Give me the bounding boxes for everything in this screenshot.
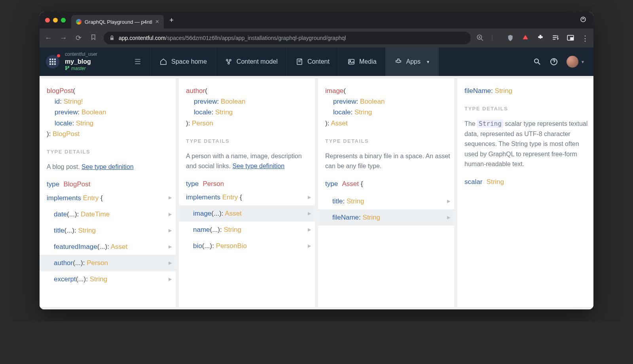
field-row[interactable]: bio(...): PersonBio▶ bbox=[179, 238, 315, 254]
reading-list-icon[interactable] bbox=[552, 34, 559, 42]
field-row[interactable]: fileName: String▶ bbox=[318, 209, 454, 226]
svg-point-10 bbox=[228, 63, 229, 64]
new-tab-button[interactable]: + bbox=[164, 16, 179, 25]
tab-title: GraphQL Playground — p4ntl bbox=[85, 19, 152, 25]
brave-shield-icon[interactable] bbox=[506, 34, 514, 42]
avatar bbox=[567, 56, 578, 68]
arrow-right-icon: ▶ bbox=[308, 226, 311, 233]
type-details-label: TYPE DETAILS bbox=[325, 137, 451, 146]
column-image: image( preview: Booleanlocale: String ):… bbox=[318, 78, 454, 307]
branch-label: master bbox=[65, 66, 97, 72]
chrome-menu-icon[interactable]: ⋮ bbox=[582, 34, 589, 42]
type-decl: type Asset { bbox=[325, 178, 451, 189]
address-bar[interactable]: app.contentful.com/spaces/56dzm01z6lln/a… bbox=[104, 32, 471, 44]
field-row[interactable]: author(...): Person▶ bbox=[40, 255, 176, 271]
field-row[interactable]: featuredImage(...): Asset▶ bbox=[40, 239, 176, 255]
header-actions: ▼ bbox=[525, 47, 593, 76]
traffic-lights bbox=[40, 18, 71, 23]
svg-rect-1 bbox=[110, 38, 114, 40]
docs-columns: blogPost( id: String!preview: Booleanloc… bbox=[40, 76, 593, 309]
forward-button[interactable]: → bbox=[59, 34, 68, 42]
browser-window: GraphQL Playground — p4ntl × + ← → ⟳ app… bbox=[40, 12, 593, 309]
signature: blogPost( id: String!preview: Booleanloc… bbox=[47, 85, 172, 139]
branch-icon bbox=[65, 66, 70, 70]
svg-point-0 bbox=[581, 17, 586, 22]
implements-row[interactable]: implements Entry { ▶ bbox=[40, 190, 176, 206]
space-info: contentful_user my_blog master bbox=[65, 51, 97, 72]
extensions-icon[interactable] bbox=[536, 34, 544, 42]
tab-close-icon[interactable]: × bbox=[155, 18, 159, 25]
signature: author( preview: Booleanlocale: String )… bbox=[186, 85, 312, 129]
back-button[interactable]: ← bbox=[44, 34, 53, 42]
sidebar-toggle-icon[interactable]: ☰ bbox=[131, 57, 144, 66]
space-name: my_blog bbox=[65, 58, 97, 66]
home-icon bbox=[159, 58, 167, 66]
reload-button[interactable]: ⟳ bbox=[74, 34, 83, 42]
field-row[interactable]: name(...): String▶ bbox=[179, 222, 315, 238]
type-details-label: TYPE DETAILS bbox=[186, 137, 312, 146]
nav-media[interactable]: Media bbox=[338, 47, 385, 76]
type-description: A blog post. See type definition bbox=[47, 162, 172, 172]
close-window-button[interactable] bbox=[45, 18, 50, 23]
arrow-right-icon: ▶ bbox=[447, 214, 450, 221]
search-icon[interactable] bbox=[533, 58, 541, 66]
arrow-right-icon: ▶ bbox=[169, 243, 172, 250]
column-blogpost: blogPost( id: String!preview: Booleanloc… bbox=[40, 78, 176, 307]
apps-icon bbox=[394, 58, 402, 66]
user-menu[interactable]: ▼ bbox=[567, 56, 585, 68]
arrow-right-icon: ▶ bbox=[169, 227, 172, 234]
model-icon bbox=[225, 58, 233, 66]
type-description: A person with a name, image, description… bbox=[186, 151, 312, 171]
arrow-right-icon: ▶ bbox=[169, 276, 172, 283]
minimize-window-button[interactable] bbox=[53, 18, 58, 23]
pip-icon[interactable] bbox=[567, 34, 574, 42]
content-icon bbox=[296, 58, 303, 66]
url-text: app.contentful.com/spaces/56dzm01z6lln/a… bbox=[119, 35, 346, 41]
app-header: contentful_user my_blog master ☰ Space h… bbox=[40, 47, 593, 76]
implements-row[interactable]: implements Entry { ▶ bbox=[179, 189, 315, 205]
lock-icon bbox=[109, 35, 115, 41]
zoom-icon[interactable] bbox=[476, 34, 484, 42]
see-type-definition-link[interactable]: See type definition bbox=[232, 163, 284, 169]
help-icon[interactable] bbox=[550, 58, 558, 66]
chrome-window-menu-icon[interactable] bbox=[573, 16, 593, 24]
field-row[interactable]: title(...): String▶ bbox=[40, 222, 176, 239]
type-details-label: TYPE DETAILS bbox=[47, 148, 172, 156]
type-description: Represents a binary file in a space. An … bbox=[325, 151, 451, 171]
browser-tab[interactable]: GraphQL Playground — p4ntl × bbox=[71, 15, 164, 28]
nav-apps[interactable]: Apps ▼ bbox=[385, 47, 439, 76]
type-decl: type BlogPost bbox=[47, 179, 172, 190]
arrow-right-icon: ▶ bbox=[169, 260, 172, 267]
space-switcher[interactable]: contentful_user my_blog master ☰ bbox=[40, 47, 150, 76]
chevron-down-icon: ▼ bbox=[581, 60, 585, 64]
username: contentful_user bbox=[65, 51, 97, 58]
svg-rect-4 bbox=[570, 38, 573, 40]
brave-rewards-icon[interactable] bbox=[521, 34, 529, 42]
nav-content-model[interactable]: Content model bbox=[216, 47, 286, 76]
chrome-toolbar: ← → ⟳ app.contentful.com/spaces/56dzm01z… bbox=[40, 28, 593, 47]
field-row[interactable]: date(...): DateTime▶ bbox=[40, 206, 176, 222]
type-details-label: TYPE DETAILS bbox=[464, 105, 590, 113]
svg-point-14 bbox=[534, 59, 538, 63]
arrow-right-icon: ▶ bbox=[308, 210, 311, 217]
see-type-definition-link[interactable]: See type definition bbox=[81, 163, 134, 170]
scalar-description: The String scalar type represents textua… bbox=[464, 119, 590, 169]
main-nav: Space home Content model Content Media A… bbox=[150, 47, 439, 76]
field-row[interactable]: title: String▶ bbox=[318, 193, 454, 209]
signature: image( preview: Booleanlocale: String ):… bbox=[325, 85, 451, 129]
type-decl: type Person bbox=[186, 178, 312, 189]
arrow-right-icon: ▶ bbox=[169, 194, 172, 201]
nav-space-home[interactable]: Space home bbox=[150, 47, 216, 76]
arrow-right-icon: ▶ bbox=[169, 211, 172, 218]
app-launcher-icon[interactable] bbox=[46, 55, 59, 68]
maximize-window-button[interactable] bbox=[61, 18, 66, 23]
favicon bbox=[76, 19, 81, 25]
field-row[interactable]: image(...): Asset▶ bbox=[179, 205, 315, 222]
field-row[interactable]: excerpt(...): String▶ bbox=[40, 271, 176, 287]
svg-point-13 bbox=[349, 61, 351, 62]
column-author: author( preview: Booleanlocale: String )… bbox=[179, 78, 315, 307]
nav-content[interactable]: Content bbox=[286, 47, 338, 76]
media-icon bbox=[347, 58, 355, 66]
bookmark-page-icon[interactable] bbox=[89, 34, 98, 42]
toolbar-actions: | ⋮ bbox=[476, 34, 589, 42]
